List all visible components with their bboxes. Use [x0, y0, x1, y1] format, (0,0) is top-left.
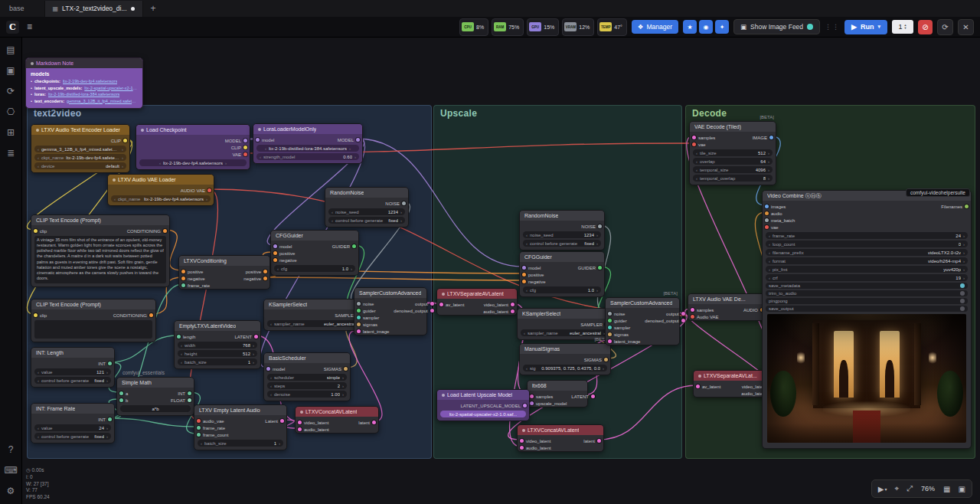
fit-view-button[interactable]: ⤢ — [903, 484, 916, 493]
number-widget[interactable]: ‹steps2› — [267, 382, 347, 389]
combo-widget[interactable]: ‹ltx-2-19b-dev-fp4.safetensors› — [139, 159, 247, 166]
toggle-save_metadata[interactable]: save_metadata — [766, 283, 968, 289]
input-port-dot[interactable] — [357, 316, 361, 319]
node-load-upscale-model[interactable]: Load Latent Upscale ModelLATENT_UPSCALE_… — [436, 389, 530, 421]
toggle-trim_to_audio[interactable]: trim_to_audio — [766, 290, 968, 296]
input-port-dot[interactable] — [181, 270, 185, 273]
input-port-dot[interactable] — [765, 225, 769, 229]
node-lora-loader[interactable]: LoraLoaderModelOnlymodelMODEL‹ltx-2-19b-… — [253, 123, 363, 164]
node-markdown-note[interactable]: Markdown Notemodels•checkpoints:ltx-2-19… — [25, 57, 143, 109]
output-port-dot[interactable] — [188, 398, 191, 402]
output-port-dot[interactable] — [430, 302, 434, 306]
output-port-dot[interactable] — [243, 146, 247, 149]
combo-widget[interactable]: ‹control before generatefixed› — [523, 240, 601, 247]
output-port-dot[interactable] — [243, 152, 247, 156]
show-image-feed-button[interactable]: ▣ Show Image Feed — [733, 19, 820, 34]
input-port-dot[interactable] — [34, 313, 38, 317]
number-widget[interactable]: ‹crf19› — [766, 274, 968, 281]
input-port-dot[interactable] — [608, 332, 612, 336]
note-link[interactable]: ltx-2-spatial-upscaler-x2-1.0.safetensor… — [84, 85, 138, 92]
output-port-dot[interactable] — [591, 394, 595, 398]
input-port-dot[interactable] — [608, 339, 612, 343]
gallery-icon[interactable]: ▣ — [6, 65, 15, 76]
number-widget[interactable]: ‹cfg1.0› — [274, 265, 355, 272]
help-icon[interactable]: ? — [8, 444, 14, 455]
input-port-dot[interactable] — [608, 319, 612, 322]
output-port-dot[interactable] — [254, 335, 258, 339]
output-port-dot[interactable] — [352, 244, 356, 248]
number-widget[interactable]: ‹batch_size1› — [178, 358, 257, 365]
video-preview-frame[interactable] — [767, 314, 966, 443]
node-separate-av-1[interactable]: LTXVSeparateAVLatentav_latentvideo_laten… — [436, 288, 518, 316]
input-port-dot[interactable] — [439, 303, 443, 306]
output-port-dot[interactable] — [598, 224, 602, 228]
combo-widget[interactable]: ‹formatvideo/h264-mp4› — [766, 257, 968, 264]
terminal-icon[interactable]: ⌨ — [4, 465, 17, 476]
node-concat-av-1[interactable]: LTXVConcatAVLatentvideo_latentaudio_late… — [295, 406, 379, 434]
input-port-dot[interactable] — [520, 446, 524, 450]
workflows-icon[interactable]: ▤ — [6, 44, 15, 55]
note-link[interactable]: ltx-2-19b-distilled-lora-384.safetensors — [48, 91, 120, 98]
input-port-dot[interactable] — [119, 391, 123, 395]
input-port-dot[interactable] — [197, 426, 201, 430]
interrupt-button[interactable]: ⊘ — [918, 20, 933, 34]
input-port-dot[interactable] — [34, 229, 38, 233]
output-port-dot[interactable] — [402, 201, 406, 205]
output-port-dot[interactable] — [597, 439, 601, 443]
toggle-pingpong[interactable]: pingpong — [766, 298, 968, 304]
minimap-toggle[interactable]: ▣ — [956, 485, 969, 493]
node-audio-vae-loader[interactable]: LTXV Audio VAE LoaderAUDIO VAE‹ckpt_name… — [107, 174, 214, 206]
node-basic-scheduler[interactable]: BasicSchedulermodelSIGMAS‹schedulersimpl… — [263, 352, 351, 401]
combo-widget[interactable]: ‹control before generatefixed› — [328, 217, 405, 224]
note-link[interactable]: gemma_3_12B_it_fp4_mixed.safetensors — [67, 98, 138, 105]
target-tool[interactable]: ⌖ — [891, 484, 902, 493]
run-count-input[interactable]: 1 ▲▼ — [892, 20, 913, 34]
combo-widget[interactable]: ‹schedulersimple› — [267, 374, 347, 381]
number-widget[interactable]: ‹cfg1.0› — [523, 286, 601, 293]
number-widget[interactable]: ‹batch_size1› — [198, 440, 283, 447]
input-port-dot[interactable] — [357, 309, 361, 313]
input-port-dot[interactable] — [691, 308, 694, 312]
node-sampler-adv-2[interactable]: [BETA]SamplerCustomAdvancednoiseguidersa… — [605, 297, 680, 345]
input-port-dot[interactable] — [273, 258, 277, 262]
settings-icon[interactable]: ⚙ — [7, 486, 15, 496]
output-port-dot[interactable] — [280, 419, 284, 423]
input-port-dot[interactable] — [530, 401, 534, 405]
input-port-dot[interactable] — [520, 439, 524, 443]
node-load-checkpoint[interactable]: Load CheckpointMODELCLIPVAE‹ltx-2-19b-de… — [136, 124, 250, 170]
models-icon[interactable]: ⊞ — [7, 127, 15, 138]
node-empty-latent-audio[interactable]: LTXV Empty Latent Audioaudio_vaeframe_ra… — [194, 404, 287, 450]
node-canvas[interactable]: text2videoUpscaleDecodeMarkdown Notemode… — [0, 0, 980, 504]
number-widget[interactable]: ‹sig0.909375, 0.725, 0.4375, 0.0› — [523, 365, 607, 371]
input-port-dot[interactable] — [181, 283, 185, 287]
output-port-dot[interactable] — [243, 139, 247, 142]
input-port-dot[interactable] — [357, 329, 361, 333]
output-port-dot[interactable] — [681, 319, 685, 322]
combo-widget[interactable]: ‹sampler_nameeuler_ancestral› — [521, 329, 608, 336]
bell-icon[interactable]: ◉ — [699, 20, 713, 34]
output-port-dot[interactable] — [598, 266, 602, 270]
output-port-dot[interactable] — [372, 421, 376, 424]
new-tab-button[interactable]: + — [143, 3, 164, 14]
number-widget[interactable]: ‹temporal_overlap8› — [693, 175, 773, 182]
output-port-dot[interactable] — [511, 303, 514, 306]
nodes-icon[interactable]: ⎔ — [7, 106, 15, 117]
node-concat-av-2[interactable]: LTXVConcatAVLatentvideo_latentaudio_late… — [517, 424, 604, 452]
input-port-dot[interactable] — [197, 433, 201, 437]
input-port-dot[interactable] — [765, 218, 769, 222]
input-port-dot[interactable] — [691, 315, 694, 319]
output-port-dot[interactable] — [344, 367, 348, 371]
output-port-dot[interactable] — [123, 139, 127, 142]
clear-queue-button[interactable]: ✕ — [958, 19, 974, 35]
number-widget[interactable]: ‹value121› — [34, 368, 111, 375]
input-port-dot[interactable] — [298, 427, 302, 431]
manager-button[interactable]: ❖ Manager — [632, 20, 678, 34]
node-clip-neg[interactable]: CLIP Text Encode (Prompt)clipCONDITIONIN… — [31, 299, 156, 342]
number-widget[interactable]: ‹ckpt_nameltx-2-19b-dev-fp4.safetensors› — [111, 195, 211, 202]
input-port-dot[interactable] — [357, 322, 361, 326]
input-port-dot[interactable] — [608, 326, 612, 329]
output-port-dot[interactable] — [356, 138, 360, 142]
node-audio-vae-decode[interactable]: LTXV Audio VAE De...samplesAudio VAEAUDI… — [688, 293, 767, 321]
queue-icon[interactable]: ≣ — [7, 148, 15, 159]
node-manual-sigmas[interactable]: [BETA]ManualSigmasSIGMAS‹sig0.909375, 0.… — [519, 343, 611, 375]
